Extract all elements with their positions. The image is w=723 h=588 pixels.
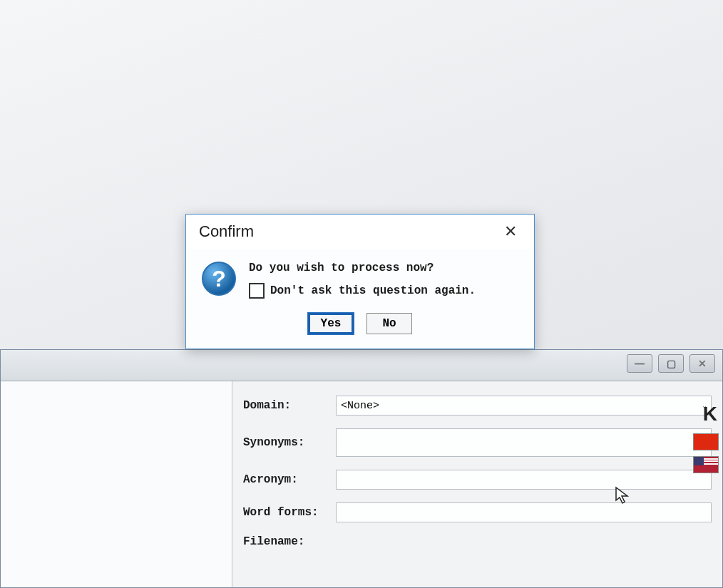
synonyms-label: Synonyms: [243, 436, 336, 449]
domain-value: <None> [341, 400, 379, 412]
filename-label: Filename: [243, 535, 336, 548]
right-panel-letter: K [703, 403, 717, 425]
wordforms-input[interactable] [336, 502, 712, 522]
form-row-wordforms: Word forms: [243, 502, 712, 522]
close-icon[interactable]: ✕ [500, 221, 521, 242]
form-panel: Domain: <None> ⌄ Synonyms: Acronym: Word… [232, 381, 722, 587]
dont-ask-row: Don't ask this question again. [249, 283, 476, 299]
no-button[interactable]: No [366, 313, 412, 334]
synonyms-input[interactable] [336, 428, 712, 457]
acronym-input[interactable] [336, 470, 712, 490]
window-controls: — ▢ ✕ [627, 354, 715, 373]
dialog-titlebar: Confirm ✕ [186, 215, 534, 249]
confirm-dialog: Confirm ✕ ? Do you wish to process now? … [185, 214, 535, 349]
form-row-acronym: Acronym: [243, 470, 712, 490]
dont-ask-label: Don't ask this question again. [270, 284, 476, 297]
dialog-title: Confirm [199, 222, 254, 241]
app-titlebar: — ▢ ✕ [1, 350, 722, 381]
dialog-message: Do you wish to process now? [249, 262, 476, 274]
minimize-button[interactable]: — [627, 354, 652, 373]
dont-ask-checkbox[interactable] [249, 283, 265, 299]
domain-label: Domain: [243, 399, 336, 412]
flag-panel [693, 428, 719, 479]
flag-cn-icon[interactable] [693, 433, 719, 450]
yes-button[interactable]: Yes [308, 313, 354, 334]
app-body: Domain: <None> ⌄ Synonyms: Acronym: Word… [1, 381, 722, 587]
form-row-synonyms: Synonyms: [243, 428, 712, 457]
wordforms-label: Word forms: [243, 506, 336, 519]
acronym-label: Acronym: [243, 473, 336, 486]
domain-dropdown[interactable]: <None> ⌄ [336, 396, 712, 416]
flag-us-icon[interactable] [693, 456, 719, 473]
window-close-button[interactable]: ✕ [689, 354, 715, 373]
form-row-filename: Filename: [243, 535, 712, 548]
dialog-buttons: Yes No [186, 307, 534, 349]
application-window: — ▢ ✕ Domain: <None> ⌄ Synonyms: Acronym… [0, 349, 723, 588]
dialog-content: Do you wish to process now? Don't ask th… [249, 262, 476, 299]
dialog-body: ? Do you wish to process now? Don't ask … [186, 249, 534, 307]
left-panel [1, 381, 232, 587]
form-row-domain: Domain: <None> ⌄ [243, 396, 712, 416]
maximize-button[interactable]: ▢ [658, 354, 684, 373]
question-icon: ? [202, 262, 236, 296]
